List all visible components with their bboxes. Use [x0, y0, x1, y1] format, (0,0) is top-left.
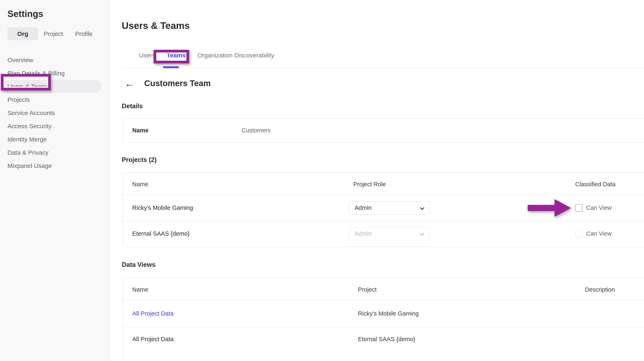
arrow-right-annotation	[528, 199, 571, 217]
main-content: Users & Teams Users Teams Organization D…	[109, 0, 644, 361]
can-view-label: Can View	[586, 204, 612, 211]
team-title: Customers Team	[144, 79, 211, 88]
sidebar-item-service-accounts[interactable]: Service Accounts	[8, 106, 109, 120]
scope-tab-org[interactable]: Org	[8, 27, 38, 40]
tab-teams[interactable]: Teams	[161, 50, 192, 60]
project-role-value: Admin	[355, 230, 372, 237]
details-card: Name Customers	[122, 118, 644, 142]
projects-col-name: Name	[132, 181, 148, 188]
back-arrow-icon[interactable]: ←	[125, 79, 134, 89]
page-title: Users & Teams	[122, 20, 190, 31]
project-role-dropdown-disabled: Admin	[349, 227, 430, 240]
sidebar-scope-tabs: Org Project Profile	[8, 27, 109, 40]
data-views-col-description: Description	[585, 286, 615, 293]
scope-tab-project[interactable]: Project	[38, 27, 68, 40]
projects-table: Name Project Role Classified Data Ricky'…	[122, 172, 644, 247]
chevron-down-icon	[420, 231, 424, 236]
classified-data-checkbox[interactable]	[575, 204, 582, 212]
table-row: Eternal SAAS {demo} Admin Can View	[123, 221, 644, 246]
tab-organization-discoverability[interactable]: Organization Discoverability	[192, 50, 280, 60]
chevron-down-icon	[420, 206, 424, 210]
details-heading: Details	[122, 102, 143, 110]
data-views-table-header: Name Project Description	[123, 278, 644, 300]
table-row: All Project Data Ricky's Mobile Gaming	[123, 300, 644, 327]
details-name-value: Customers	[242, 127, 270, 134]
settings-sidebar: Settings Org Project Profile Overview Pl…	[0, 0, 109, 361]
scope-tab-profile[interactable]: Profile	[68, 27, 99, 40]
tab-users[interactable]: Users	[133, 50, 161, 60]
project-name: Ricky's Mobile Gaming	[132, 204, 193, 211]
sidebar-item-data-privacy[interactable]: Data & Privacy	[8, 146, 109, 159]
sidebar-item-overview[interactable]: Overview	[8, 53, 109, 67]
sidebar-item-access-security[interactable]: Access Security	[8, 120, 109, 133]
sidebar-nav: Overview Plan Details & Billing Users & …	[8, 53, 109, 172]
sidebar-item-users-teams[interactable]: Users & Teams	[8, 80, 109, 93]
projects-col-classified-data: Classified Data	[575, 181, 616, 188]
project-name: Eternal SAAS {demo}	[132, 230, 190, 237]
sidebar-title: Settings	[8, 9, 109, 19]
details-name-label: Name	[132, 127, 148, 134]
data-views-col-name: Name	[132, 286, 148, 293]
data-views-heading: Data Views	[122, 261, 156, 269]
active-tab-indicator	[163, 66, 179, 68]
details-row-name: Name Customers	[123, 119, 644, 142]
sidebar-item-plan-details-billing[interactable]: Plan Details & Billing	[8, 67, 109, 80]
table-row: Ricky's Mobile Gaming Admin Can View	[123, 195, 644, 221]
classified-data-checkbox[interactable]	[575, 230, 582, 238]
tabs-divider	[122, 68, 644, 68]
sidebar-item-identity-merge[interactable]: Identity Merge	[8, 133, 109, 146]
can-view-label: Can View	[586, 230, 612, 237]
data-views-table: Name Project Description All Project Dat…	[122, 278, 644, 361]
settings-app: Settings Org Project Profile Overview Pl…	[0, 0, 644, 361]
data-views-col-project: Project	[358, 286, 376, 293]
projects-col-project-role: Project Role	[353, 181, 386, 188]
sidebar-item-mixpanel-usage[interactable]: Mixpanel Usage	[8, 159, 109, 172]
users-teams-tabs: Users Teams Organization Discoverability	[133, 50, 280, 60]
data-view-project: Ricky's Mobile Gaming	[358, 310, 419, 317]
projects-table-header: Name Project Role Classified Data	[123, 173, 644, 195]
data-view-name-link[interactable]: All Project Data	[132, 310, 174, 317]
table-row: All Project Data Eternal SAAS {demo}	[123, 327, 644, 351]
data-view-name: All Project Data	[132, 336, 174, 343]
projects-heading: Projects (2)	[122, 156, 157, 164]
project-role-value: Admin	[355, 204, 372, 211]
sidebar-item-projects[interactable]: Projects	[8, 93, 109, 106]
project-role-dropdown[interactable]: Admin	[349, 201, 430, 215]
data-view-project: Eternal SAAS {demo}	[358, 336, 415, 343]
